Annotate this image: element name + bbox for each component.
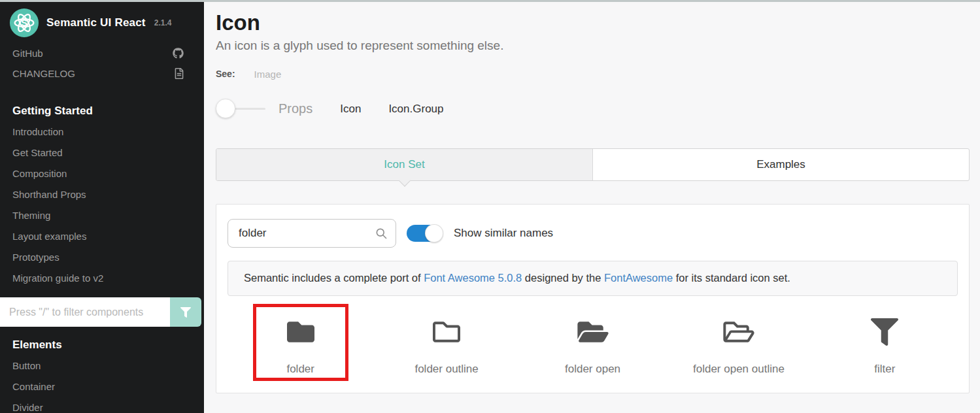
tab-bar: Icon Set Examples	[216, 148, 970, 181]
icon-search-field	[228, 219, 396, 248]
sidebar-item-layout-examples[interactable]: Layout examples	[0, 226, 204, 247]
icon-card-folder[interactable]: folder	[228, 318, 373, 376]
icon-label: filter	[874, 363, 895, 376]
show-similar-toggle[interactable]	[407, 225, 443, 242]
sidebar-link-changelog[interactable]: CHANGELOG	[0, 63, 204, 84]
icon-label: folder outline	[414, 363, 478, 376]
window-top-edge	[0, 0, 980, 2]
sidebar-item-introduction[interactable]: Introduction	[0, 122, 204, 142]
sidebar-link-github[interactable]: GitHub	[0, 43, 204, 63]
page-title: Icon	[216, 10, 970, 35]
sidebar: S Semantic UI React 2.1.4 GitHub CHANGEL…	[0, 0, 204, 413]
font-awesome-version-link[interactable]: Font Awesome 5.0.8	[424, 272, 522, 284]
sidebar-logo-row[interactable]: S Semantic UI React 2.1.4	[0, 0, 204, 43]
svg-text:S: S	[21, 18, 27, 28]
component-filter-button[interactable]	[170, 297, 201, 327]
props-toggle-knob[interactable]	[216, 99, 235, 118]
see-label: See:	[216, 69, 235, 79]
tab-icon-set[interactable]: Icon Set	[216, 149, 593, 180]
info-text: Semantic includes a complete port of	[244, 272, 424, 284]
app-version: 2.1.4	[154, 18, 172, 27]
props-toggle[interactable]	[216, 99, 267, 119]
icon-search-input[interactable]	[228, 219, 396, 248]
sidebar-section-getting-started: Getting Started	[0, 99, 204, 122]
component-filter-input[interactable]	[0, 297, 170, 327]
props-item-icon[interactable]: Icon	[340, 103, 361, 116]
props-toggle-row: Props Icon Icon.Group	[216, 97, 970, 121]
see-also-row: See: Image	[216, 69, 970, 80]
info-text: for its standard icon set.	[673, 272, 790, 284]
sidebar-section-elements: Elements	[0, 333, 204, 355]
sidebar-item-button[interactable]: Button	[0, 355, 204, 376]
filter-glyph-icon	[871, 318, 898, 346]
icon-card-folder-open[interactable]: folder open	[520, 318, 666, 376]
sidebar-item-shorthand-props[interactable]: Shorthand Props	[0, 184, 204, 205]
props-label: Props	[279, 101, 313, 116]
icon-label: folder open outline	[693, 363, 785, 376]
folder-outline-icon	[431, 318, 462, 346]
sidebar-item-theming[interactable]: Theming	[0, 205, 204, 226]
icon-card-folder-outline[interactable]: folder outline	[373, 318, 519, 376]
sidebar-item-get-started[interactable]: Get Started	[0, 142, 204, 163]
show-similar-toggle-knob[interactable]	[425, 224, 443, 242]
main-content: Icon An icon is a glyph used to represen…	[204, 2, 980, 413]
sidebar-item-prototypes[interactable]: Prototypes	[0, 247, 204, 268]
icon-card-folder-open-outline[interactable]: folder open outline	[666, 318, 811, 376]
icon-search-row: Show similar names	[228, 219, 958, 248]
component-filter	[0, 297, 201, 327]
icon-grid: folder folder outline folder open folder…	[228, 318, 958, 376]
font-awesome-info-message: Semantic includes a complete port of Fon…	[228, 261, 958, 296]
app-title: Semantic UI React	[46, 16, 146, 29]
show-similar-label: Show similar names	[454, 227, 553, 240]
tab-examples[interactable]: Examples	[593, 149, 969, 180]
see-link-image[interactable]: Image	[254, 69, 282, 80]
icon-label: folder	[286, 363, 314, 376]
sidebar-item-composition[interactable]: Composition	[0, 163, 204, 184]
page-subtitle: An icon is a glyph used to represent som…	[216, 39, 970, 53]
icon-set-panel: Show similar names Semantic includes a c…	[216, 204, 970, 393]
info-text: designed by the	[522, 272, 604, 284]
font-awesome-link[interactable]: FontAwesome	[604, 272, 673, 284]
icon-card-filter[interactable]: filter	[812, 318, 958, 376]
folder-icon	[285, 318, 316, 346]
semantic-ui-logo-icon: S	[9, 8, 39, 38]
sidebar-item-migration-guide[interactable]: Migration guide to v2	[0, 268, 204, 289]
sidebar-item-container[interactable]: Container	[0, 376, 204, 397]
filter-icon	[180, 307, 191, 318]
folder-open-outline-icon	[722, 318, 756, 346]
sidebar-item-divider[interactable]: Divider	[0, 397, 204, 413]
file-icon	[175, 68, 184, 79]
folder-open-icon	[576, 318, 610, 346]
github-link-label: GitHub	[12, 48, 43, 59]
changelog-link-label: CHANGELOG	[12, 68, 75, 79]
icon-label: folder open	[565, 363, 620, 376]
props-item-icon-group[interactable]: Icon.Group	[388, 103, 443, 116]
search-icon	[375, 227, 388, 240]
github-icon	[173, 48, 184, 59]
